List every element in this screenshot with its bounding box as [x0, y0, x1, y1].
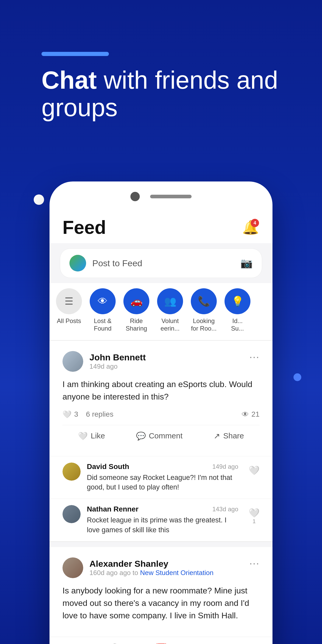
lost-found-icon-circle: 👁 [90, 288, 116, 314]
post-bar-left: Post to Feed [69, 255, 142, 271]
roommate-label: Lookingfor Roo... [191, 317, 217, 332]
post-card-1: John Bennett 149d ago ··· I am thinking … [50, 341, 272, 456]
heart-icon: 🤍 [62, 410, 72, 419]
david-avatar [62, 463, 81, 481]
post-1-actions: 🤍 Like 💬 Comment ↗ Share [62, 425, 260, 440]
app-content: Feed 🔔 4 Post to Feed 📷 [50, 209, 272, 644]
comment-1: David South 149d ago Did someone say Roc… [50, 456, 272, 499]
headline: Chat with friends and groups [41, 66, 281, 121]
comment-1-header: David South 149d ago [87, 463, 238, 471]
comment-2-header: Nathan Renner 143d ago [87, 505, 238, 513]
nathan-avatar-img [62, 505, 81, 523]
divider-2 [50, 541, 272, 542]
all-posts-icon-circle: ☰ [56, 288, 82, 314]
tab-volunteering[interactable]: 👥 Volunteerin... [156, 288, 184, 332]
comment-1-text: Did someone say Rocket League?! I'm not … [87, 473, 238, 493]
lost-found-label: Lost &Found [94, 317, 111, 332]
ride-sharing-icon: 🚗 [130, 296, 143, 307]
post-1-more-menu[interactable]: ··· [249, 351, 260, 363]
post-2-destination: New Student Orientation [140, 569, 213, 577]
lost-found-icon: 👁 [98, 296, 108, 307]
volunteering-icon-circle: 👥 [157, 288, 183, 314]
likes-stat: 🤍 3 [62, 410, 78, 419]
tab-ideas[interactable]: 💡 Id...Su... [223, 288, 252, 332]
comment-2-like-count: 1 [253, 518, 256, 525]
phone-top-bar [50, 192, 272, 201]
notification-button[interactable]: 🔔 4 [241, 218, 260, 236]
like-label: Like [91, 431, 105, 440]
post-to-feed-bar[interactable]: Post to Feed 📷 [60, 248, 262, 278]
bottom-nav: ▦ Feed 🔍 Discover 📅 Events 👥 Groups ☰ [50, 637, 272, 644]
post-1-header: John Bennett 149d ago ··· [62, 351, 260, 372]
decorative-dot-2 [293, 373, 301, 381]
nathan-avatar [62, 505, 81, 523]
post-2-user-info: Alexander Shanley 160d ago ago to New St… [62, 557, 213, 578]
comment-2-like-area[interactable]: 🤍 1 [244, 505, 260, 525]
share-icon: ↗ [214, 431, 220, 440]
camera-icon[interactable]: 📷 [240, 257, 253, 269]
comment-1-like-icon: 🤍 [249, 463, 260, 475]
comment-icon: 💬 [136, 431, 146, 440]
tab-ride-sharing[interactable]: 🚗 RideSharing [122, 288, 151, 332]
headline-bold: Chat [41, 66, 97, 94]
feed-title: Feed [62, 217, 106, 238]
post-2-text: Is anybody looking for a new roommate? M… [62, 584, 260, 622]
comment-1-username: David South [87, 463, 129, 471]
post-1-text: I am thinking about creating an eSports … [62, 378, 260, 403]
phone-mockup: Feed 🔔 4 Post to Feed 📷 [50, 181, 272, 644]
current-user-avatar [69, 255, 86, 271]
comment-label: Comment [149, 431, 183, 440]
comment-1-time: 149d ago [212, 463, 238, 470]
comment-1-body: David South 149d ago Did someone say Roc… [87, 463, 238, 493]
post-placeholder: Post to Feed [92, 258, 142, 268]
comment-1-like-area[interactable]: 🤍 [244, 463, 260, 475]
ideas-label: Id...Su... [231, 317, 244, 332]
comment-button[interactable]: 💬 Comment [136, 431, 183, 440]
post-2-meta: Alexander Shanley 160d ago ago to New St… [89, 559, 213, 577]
likes-count: 3 [74, 410, 78, 418]
all-posts-icon: ☰ [65, 296, 73, 307]
tab-all-posts[interactable]: ☰ All Posts [55, 288, 83, 332]
ideas-icon: 💡 [232, 296, 244, 307]
post-2-avatar [62, 557, 83, 578]
post-2-username: Alexander Shanley [89, 559, 213, 569]
post-1-meta: John Bennett 149d ago [89, 352, 146, 370]
replies-count: 6 replies [86, 410, 114, 418]
john-avatar-img [62, 351, 83, 372]
ride-sharing-icon-circle: 🚗 [123, 288, 149, 314]
phone-container: Feed 🔔 4 Post to Feed 📷 [41, 181, 281, 644]
volunteering-icon: 👥 [164, 296, 176, 307]
tab-looking-roommate[interactable]: 📞 Lookingfor Roo... [190, 288, 218, 332]
phone-camera [130, 192, 140, 201]
ride-sharing-label: RideSharing [126, 317, 147, 332]
tab-lost-found[interactable]: 👁 Lost &Found [88, 288, 117, 332]
comment-2-text: Rocket league in its prime was the great… [87, 515, 238, 535]
alex-avatar-img [62, 557, 83, 578]
eye-icon: 👁 [242, 410, 249, 419]
accent-bar [41, 52, 109, 56]
david-avatar-img [62, 463, 81, 481]
like-icon: 🤍 [78, 431, 88, 440]
category-tabs: ☰ All Posts 👁 Lost &Found 🚗 RideSharing [50, 283, 272, 340]
comment-2-like-icon: 🤍 [249, 505, 260, 518]
replies-stat: 6 replies [86, 410, 114, 418]
avatar-image [69, 255, 86, 271]
post-2-header: Alexander Shanley 160d ago ago to New St… [62, 557, 260, 578]
post-1-user-info: John Bennett 149d ago [62, 351, 146, 372]
like-button[interactable]: 🤍 Like [78, 431, 105, 440]
header-area: Chat with friends and groups [41, 52, 281, 121]
post-card-2: Alexander Shanley 160d ago ago to New St… [50, 547, 272, 637]
notification-badge: 4 [251, 219, 259, 227]
comment-2-username: Nathan Renner [87, 505, 138, 513]
comment-2-time: 143d ago [212, 506, 238, 513]
post-2-more-menu[interactable]: ··· [249, 557, 260, 569]
post-1-time: 149d ago [89, 362, 146, 370]
comment-2: Nathan Renner 143d ago Rocket league in … [50, 499, 272, 541]
share-button[interactable]: ↗ Share [214, 431, 244, 440]
feed-header: Feed 🔔 4 [50, 209, 272, 243]
post-2-time: 160d ago ago to New Student Orientation [89, 569, 213, 577]
post-1-username: John Bennett [89, 352, 146, 362]
post-1-stats: 🤍 3 6 replies 👁 21 [62, 410, 260, 419]
ideas-icon-circle: 💡 [225, 288, 250, 314]
phone-speaker [150, 195, 192, 198]
